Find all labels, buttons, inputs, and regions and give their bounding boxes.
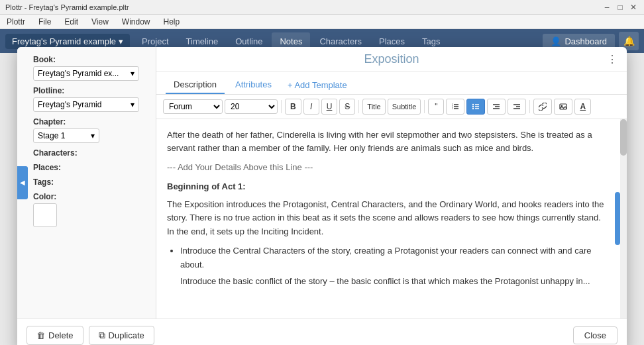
duplicate-icon: ⧉ (99, 330, 105, 341)
tags-row: Tags: (33, 177, 146, 187)
modal-body: ◀ Book: Freytag's Pyramid ex... ▾ Plotli… (17, 47, 627, 319)
close-button[interactable]: Close (573, 326, 617, 344)
book-select[interactable]: Freytag's Pyramid ex... ▾ (33, 66, 139, 81)
content-tabs: Description Attributes + Add Template (156, 72, 627, 95)
underline-button[interactable]: U (321, 99, 338, 115)
title-button[interactable]: Title (362, 99, 385, 115)
plotline-row: Plotline: Freytag's Pyramid ▾ (33, 86, 146, 112)
menu-window[interactable]: Window (119, 16, 153, 28)
color-picker[interactable] (33, 203, 57, 227)
plotline-value: Freytag's Pyramid (38, 100, 101, 109)
toolbar-sep-2 (358, 100, 359, 113)
quote-button[interactable]: " (428, 99, 444, 115)
outdent-button[interactable] (487, 99, 506, 115)
nav-brand-chevron: ▾ (119, 36, 123, 46)
menu-edit[interactable]: Edit (62, 16, 81, 28)
color-label: Color: (33, 192, 146, 201)
characters-row: Characters: (33, 148, 146, 158)
editor-list-item-1: Introduce the Central Characters of the … (180, 244, 608, 272)
strikethrough-button[interactable]: S (339, 99, 355, 115)
modal-footer: 🗑 Delete ⧉ Duplicate Close (17, 319, 627, 346)
link-button[interactable] (533, 99, 552, 115)
editor-list: Introduce the Central Characters of the … (180, 244, 608, 288)
right-content: Exposition ⋮ Description Attributes + Ad… (156, 47, 627, 319)
color-row: Color: (33, 192, 146, 227)
dashboard-label: Dashboard (564, 36, 607, 46)
title-bar: Plottr - Freytag's Pyramid example.pltr … (0, 0, 644, 15)
bold-button[interactable]: B (285, 99, 301, 115)
book-chevron: ▾ (131, 69, 134, 78)
editor-section-heading: Beginning of Act 1: (167, 180, 608, 194)
font-size-select[interactable]: 20 (225, 99, 278, 114)
italic-button[interactable]: I (303, 99, 319, 115)
delete-button[interactable]: 🗑 Delete (27, 326, 83, 345)
duplicate-button[interactable]: ⧉ Duplicate (89, 326, 154, 345)
tab-add-template[interactable]: + Add Template (282, 77, 352, 93)
content-menu-button[interactable]: ⋮ (607, 53, 617, 66)
places-label: Places: (33, 163, 146, 172)
toolbar-sep-1 (281, 100, 282, 113)
chapter-label: Chapter: (33, 117, 146, 126)
svg-point-8 (472, 107, 474, 109)
editor-toolbar: Forum 20 B I U S Title Subtitle " (156, 95, 627, 119)
delete-icon: 🗑 (36, 330, 45, 340)
editor-paragraph-1: After the death of her father, Cinderell… (167, 128, 608, 156)
font-family-select[interactable]: Forum (163, 99, 223, 114)
plotline-select[interactable]: Freytag's Pyramid ▾ (33, 97, 139, 112)
menu-plottr[interactable]: Plottr (4, 16, 28, 28)
editor-separator: --- Add Your Details Above this Line --- (167, 161, 608, 175)
text-align-button[interactable]: A (574, 99, 591, 115)
book-row: Book: Freytag's Pyramid ex... ▾ (33, 55, 146, 81)
chapter-chevron: ▾ (91, 131, 95, 140)
menu-file[interactable]: File (36, 16, 54, 28)
chapter-select[interactable]: Stage 1 ▾ (33, 128, 99, 143)
main-area: ◀ Book: Freytag's Pyramid ex... ▾ Plotli… (0, 53, 644, 345)
content-title: Exposition (316, 52, 466, 66)
plotline-chevron: ▾ (131, 100, 134, 109)
image-button[interactable] (554, 99, 572, 115)
menu-help[interactable]: Help (161, 16, 183, 28)
sidebar-toggle-button[interactable]: ◀ (17, 166, 28, 199)
toolbar-sep-4 (529, 100, 530, 113)
footer-left: 🗑 Delete ⧉ Duplicate (27, 326, 154, 345)
blue-indicator (615, 192, 620, 245)
book-value: Freytag's Pyramid ex... (38, 69, 119, 78)
editor-paragraph-2: The Exposition introduces the Protagonis… (167, 198, 608, 239)
close-window-button[interactable]: ✕ (628, 2, 639, 13)
menu-bar: Plottr File Edit View Window Help (0, 15, 644, 29)
editor-content: After the death of her father, Cinderell… (167, 128, 616, 289)
chapter-row: Chapter: Stage 1 ▾ (33, 117, 146, 143)
bell-icon: 🔔 (623, 36, 635, 46)
tab-attributes[interactable]: Attributes (227, 76, 280, 94)
book-label: Book: (33, 55, 146, 64)
ordered-list-button[interactable]: 123 (446, 99, 464, 115)
left-sidebar: ◀ Book: Freytag's Pyramid ex... ▾ Plotli… (17, 47, 156, 319)
chapter-value: Stage 1 (38, 131, 65, 140)
tab-description[interactable]: Description (166, 76, 225, 94)
menu-view[interactable]: View (89, 16, 111, 28)
editor-area[interactable]: After the death of her father, Cinderell… (156, 119, 627, 319)
nav-brand-text: Freytag's Pyramid example (12, 36, 116, 46)
scrollbar-track[interactable] (620, 119, 627, 319)
duplicate-label: Duplicate (109, 330, 144, 340)
delete-label: Delete (48, 330, 74, 340)
scrollbar-thumb[interactable] (620, 119, 627, 156)
modal-dialog: ◀ Book: Freytag's Pyramid ex... ▾ Plotli… (17, 47, 627, 346)
user-icon: 👤 (551, 36, 561, 46)
subtitle-button[interactable]: Subtitle (388, 99, 421, 115)
places-row: Places: (33, 163, 146, 172)
svg-point-7 (472, 105, 474, 107)
svg-point-6 (472, 103, 474, 105)
maximize-button[interactable]: □ (615, 2, 625, 13)
editor-list-item-2: Introduce the basic conflict of the stor… (180, 275, 608, 289)
sidebar-toggle-icon: ◀ (20, 179, 25, 186)
indent-button[interactable] (508, 99, 526, 115)
title-bar-controls: – □ ✕ (602, 2, 639, 13)
tags-label: Tags: (33, 177, 146, 187)
title-bar-text: Plottr - Freytag's Pyramid example.pltr (5, 3, 129, 11)
minimize-button[interactable]: – (602, 2, 612, 13)
svg-text:3: 3 (452, 107, 453, 110)
bullet-list-button[interactable] (466, 99, 485, 115)
characters-label: Characters: (33, 148, 146, 158)
plotline-label: Plotline: (33, 86, 146, 95)
